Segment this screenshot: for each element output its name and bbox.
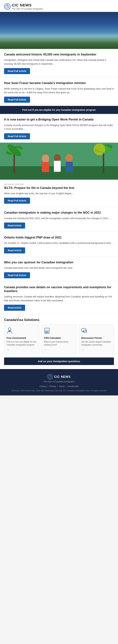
hero-image-1 [0, 12, 118, 49]
article-text-1: Immigration, Refugees and Citizenship Ca… [4, 58, 114, 66]
crs-calculator-icon [44, 328, 74, 335]
svg-point-18 [65, 154, 73, 162]
footer-links: Contact | Privacy | About | Unsubscribe [4, 385, 114, 388]
card-title-2: CRS Calculator [44, 336, 74, 339]
sponsor-svg [0, 143, 118, 180]
article-title-2: How Sean Fraser became Canada's immigrat… [4, 81, 114, 85]
canadavisa-title: CanadaVisa Solutions [4, 318, 114, 322]
article-text-3: Canada recently announced changes to the… [4, 123, 114, 131]
read-article-btn-4[interactable]: Read Full Article [4, 198, 30, 204]
footer-link-contact[interactable]: Contact [39, 385, 46, 388]
footer-link-unsubscribe[interactable]: Unsubscribe [67, 385, 79, 388]
banner-cta[interactable]: Find out if you are eligible for any Can… [0, 106, 118, 114]
article-section-4: Sponsor Content IELTS: Prepare for life … [0, 180, 118, 207]
article-title-6: Ontario holds biggest PNP draw of 2021 [4, 236, 114, 240]
logo-text-area: CIC NEWS The voice of Canadian immigrati… [12, 3, 43, 10]
cic-logo-icon [4, 3, 11, 10]
footer-logo: CIC NEWS [4, 374, 114, 380]
banner-text: Find out if you are eligible for any Can… [22, 108, 96, 111]
footer-logo-text: CIC NEWS [54, 375, 71, 379]
card-discussion-forum: Discussion Forum Join the world's larges… [79, 324, 114, 354]
logo-tagline: The voice of Canadian immigration [12, 8, 43, 10]
footer-address: CICNews, 1303 Greene Ave., Suite 200, We… [4, 389, 114, 392]
card-crs-calculator: CRS Calculator What is your Express Entr… [41, 324, 76, 354]
footer-logo-icon [47, 374, 53, 380]
card-text-2: What is your Express Entry ranking score… [44, 340, 74, 346]
read-article-btn-2[interactable]: Read Full Article [4, 97, 30, 103]
footer-link-about[interactable]: About [59, 385, 64, 388]
article-section-1: Canada welcomed historic 45,000 new immi… [0, 49, 118, 77]
article-title-8: Canada provides new details on vaccine r… [4, 285, 114, 293]
read-article-btn-1[interactable]: Read Full Article [4, 68, 30, 74]
svg-point-16 [54, 154, 61, 162]
article-text-2: While working at a law firm in Calgary, … [4, 87, 114, 94]
article-title-4: IELTS: Prepare for life in Canada beyond… [4, 186, 114, 190]
svg-rect-28 [45, 332, 46, 333]
svg-rect-25 [45, 331, 46, 332]
read-article-btn-6[interactable]: Read Article [4, 248, 25, 254]
sponsor-label: Sponsor Content [4, 183, 114, 185]
article-text-8: Starting tomorrow, Canada will require t… [4, 295, 114, 302]
svg-line-4 [7, 6, 8, 7]
svg-point-20 [93, 144, 105, 155]
card-text-1: Find out if you are eligible for any Can… [7, 340, 37, 346]
card-text-3: Join the world's largest Canadian immigr… [81, 340, 111, 346]
article-section-3: It is now easier to get a Bridging Open … [0, 114, 118, 142]
footer-tagline: The voice of Canadian immigration [4, 380, 114, 383]
svg-rect-24 [45, 329, 49, 330]
card-title-3: Discussion Forum [81, 336, 111, 339]
card-free-assessment: Free Assessment Find out if you are elig… [4, 324, 39, 354]
logo-area: CIC NEWS The voice of Canadian immigrati… [4, 3, 114, 10]
article-section-8: Canada provides new details on vaccine r… [0, 282, 118, 314]
svg-point-21 [8, 328, 11, 330]
svg-rect-27 [48, 331, 48, 332]
email-wrapper: CIC NEWS The voice of Canadian immigrati… [0, 0, 118, 396]
card-arrow-1[interactable]: → [7, 348, 37, 352]
svg-rect-26 [46, 331, 47, 332]
svg-line-37 [50, 377, 51, 377]
article-title-7: Who you can sponsor for Canadian immigra… [4, 260, 114, 264]
svg-rect-29 [46, 332, 47, 333]
card-title-1: Free Assessment [7, 336, 37, 339]
read-article-btn-7[interactable]: Read Full Article [4, 272, 30, 278]
svg-rect-15 [42, 162, 49, 172]
article-title-3: It is now easier to get a Bridging Open … [4, 118, 114, 122]
footer: CIC NEWS The voice of Canadian immigrati… [0, 369, 118, 396]
canadavisa-section: CanadaVisa Solutions Free Assessment Fin… [0, 314, 118, 369]
read-article-btn-3[interactable]: Read Full Article [4, 133, 30, 139]
sponsor-image [0, 143, 118, 180]
svg-rect-17 [54, 161, 61, 172]
svg-point-2 [7, 4, 8, 6]
article-title-5: Canadian immigration is making major cha… [4, 211, 114, 214]
article-section-7: Who you can sponsor for Canadian immigra… [0, 257, 118, 282]
article-section-2: How Sean Fraser became Canada's immigrat… [0, 78, 118, 106]
svg-rect-19 [66, 162, 73, 172]
header: CIC NEWS The voice of Canadian immigrati… [0, 0, 118, 12]
logo-text: CIC NEWS [12, 3, 43, 8]
article-section-5: Canadian immigration is making major cha… [0, 207, 118, 232]
read-article-btn-5[interactable]: Read Article [4, 222, 25, 228]
svg-rect-30 [48, 332, 48, 333]
article-section-6: Ontario holds biggest PNP draw of 2021 O… [0, 232, 118, 257]
svg-rect-22 [8, 331, 11, 332]
article-text-7: Canada welcomes over 100,000 family clas… [4, 266, 114, 270]
svg-point-14 [42, 154, 49, 163]
article-title-1: Canada welcomed historic 45,000 new immi… [4, 52, 114, 56]
discussion-forum-icon [81, 328, 111, 335]
card-arrow-3[interactable]: → [81, 348, 111, 352]
article-text-6: On October 27, Ontario invited 1,406 Exp… [4, 241, 114, 245]
card-arrow-2[interactable]: → [44, 348, 74, 352]
cards-row: Free Assessment Find out if you are elig… [4, 324, 114, 354]
article-text-4: When your English test ends, the real te… [4, 192, 114, 195]
hero-skyline [0, 12, 118, 49]
read-article-btn-8[interactable]: Read Article [4, 305, 25, 311]
ask-question-btn[interactable]: Ask us your immigration questions [4, 358, 114, 365]
free-assessment-icon [7, 328, 37, 335]
svg-point-35 [50, 375, 50, 376]
footer-link-privacy[interactable]: Privacy [49, 385, 56, 388]
article-text-5: Canada has introduced NOC 2021 and the i… [4, 216, 114, 220]
